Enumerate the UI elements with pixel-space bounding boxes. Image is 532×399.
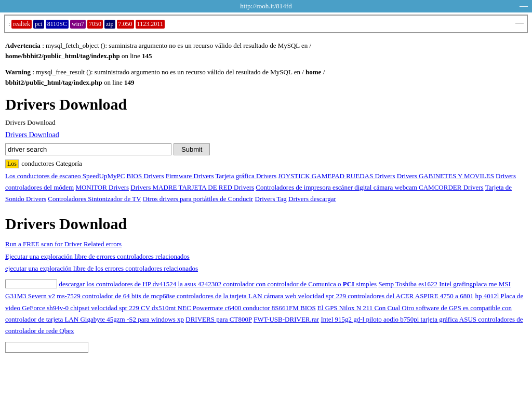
warning-home-bold: home bbox=[305, 68, 321, 76]
main-content: Advertencia : mysql_fetch_object (): sum… bbox=[0, 35, 532, 358]
related-link-1[interactable]: Run a FREE scan for Driver Related error… bbox=[5, 238, 527, 250]
cat-link-firmware[interactable]: Firmware Drivers bbox=[166, 172, 214, 180]
page-title-1: Drivers Download bbox=[5, 96, 527, 113]
bottom-input-wrap bbox=[5, 342, 527, 353]
driver-link-fwt[interactable]: FWT-USB-DRIVER.rar bbox=[254, 315, 319, 323]
warning-label-2: Warning bbox=[5, 68, 31, 76]
subtitle-1: Drivers Download bbox=[5, 118, 527, 127]
search-input[interactable] bbox=[5, 143, 171, 155]
warning-text-1: : mysql_fetch_object (): suministra argu… bbox=[42, 42, 311, 49]
tag-7050[interactable]: 7050 bbox=[87, 20, 103, 29]
drivers-download-link[interactable]: Drivers Download bbox=[5, 131, 59, 139]
tag-pci[interactable]: pci bbox=[33, 20, 44, 29]
drivers-download-link-wrap: Drivers Download bbox=[5, 131, 527, 139]
cat-link-gabinetes[interactable]: Drivers GABINETES Y MOVILES bbox=[397, 172, 494, 180]
warning-line-num-2: 149 bbox=[124, 78, 135, 86]
related-link-3[interactable]: ejecutar una exploración libre de los er… bbox=[5, 262, 527, 274]
cat-link-tag[interactable]: Drivers Tag bbox=[255, 195, 286, 203]
category-links: Los conductores de escaneo SpeedUpMyPC B… bbox=[5, 170, 527, 205]
warning-block-1: Advertencia : mysql_fetch_object (): sum… bbox=[5, 41, 527, 61]
tag-1123201[interactable]: 1123.2011 bbox=[136, 20, 165, 29]
tag-banner: : realtek pci 8110SC win7 7050 zip 7.050… bbox=[4, 15, 528, 33]
warning-line-label-1: on line bbox=[122, 52, 142, 60]
tag-prefix: : bbox=[8, 20, 10, 28]
cat-link-otros[interactable]: Otros drivers para portátiles de Conduci… bbox=[143, 195, 254, 203]
warning-text-2: : mysql_free_result (): suministrado arg… bbox=[32, 68, 305, 76]
cat-link-bios[interactable]: BIOS Drivers bbox=[127, 172, 164, 180]
related-links: Run a FREE scan for Driver Related error… bbox=[5, 238, 527, 274]
cat-link-tarjeta[interactable]: Tarjeta gráfica Drivers bbox=[216, 172, 276, 180]
driver-link-ct800p[interactable]: DRIVERS para CT800P bbox=[185, 315, 251, 323]
driver-link-ms7529[interactable]: ms-7529 controlador de 64 bits de mcp68s… bbox=[57, 292, 473, 300]
small-search-input[interactable] bbox=[5, 280, 57, 288]
warning-line-label-2: on line bbox=[104, 78, 124, 86]
warning-path-1: home/bbhit2/public_html/tag/index.php bbox=[5, 52, 120, 60]
cat-link-impresora[interactable]: Controladores de impresora escáner digit… bbox=[256, 183, 483, 191]
warning-label-1: Advertencia bbox=[5, 42, 41, 49]
related-link-2[interactable]: Ejecutar una exploración libre de errore… bbox=[5, 250, 527, 262]
cat-link-monitor[interactable]: MONITOR Drivers bbox=[75, 183, 129, 191]
cat-link-madre[interactable]: Drivers MADRE TARJETA DE RED Drivers bbox=[130, 183, 254, 191]
cat-link-speedupmypc[interactable]: Los conductores de escaneo SpeedUpMyPC bbox=[5, 172, 125, 180]
cat-link-descargar[interactable]: Drivers descargar bbox=[288, 195, 336, 203]
top-bar: http://rooh.it/814fd — bbox=[0, 0, 532, 12]
submit-button[interactable]: Submit bbox=[174, 143, 210, 155]
warning-path-2: bbhit2/public_html/tag/index.php bbox=[5, 78, 102, 86]
tag-zip[interactable]: zip bbox=[104, 20, 115, 29]
warning-block-2: Warning : mysql_free_result (): suminist… bbox=[5, 67, 527, 87]
tag-realtek[interactable]: realtek bbox=[11, 20, 32, 29]
driver-link-hp[interactable]: descargar los controladores de HP dv4152… bbox=[59, 280, 177, 288]
los-badge: Los bbox=[5, 159, 19, 168]
driver-link-asus[interactable]: la asus 4242302 controlador con controla… bbox=[178, 280, 377, 288]
category-line: Los conductores Categoría bbox=[5, 159, 527, 168]
tag-win7[interactable]: win7 bbox=[70, 20, 86, 29]
bottom-input[interactable] bbox=[5, 342, 88, 353]
cat-link-sintonizador[interactable]: Controladores Sintonizador de TV bbox=[48, 195, 141, 203]
driver-links-section: descargar los controladores de HP dv4152… bbox=[5, 277, 527, 336]
warning-line-num-1: 145 bbox=[142, 52, 152, 60]
top-bar-close-button[interactable]: — bbox=[520, 1, 528, 10]
warning-slash: / bbox=[323, 68, 325, 76]
search-area: Submit bbox=[5, 143, 527, 155]
cat-link-joystick[interactable]: JOYSTICK GAMEPAD RUEDAS Drivers bbox=[278, 172, 395, 180]
tag-7050b[interactable]: 7.050 bbox=[117, 20, 134, 29]
pci-text: PCI bbox=[343, 280, 354, 288]
tag-8110sc[interactable]: 8110SC bbox=[46, 20, 69, 29]
category-intro: conductores Categoría bbox=[21, 159, 82, 167]
driver-links-text: descargar los controladores de HP dv4152… bbox=[5, 280, 523, 334]
tag-banner-close-button[interactable]: — bbox=[515, 18, 524, 27]
top-bar-url: http://rooh.it/814fd bbox=[240, 2, 291, 10]
page-title-2: Drivers Download bbox=[5, 215, 527, 233]
